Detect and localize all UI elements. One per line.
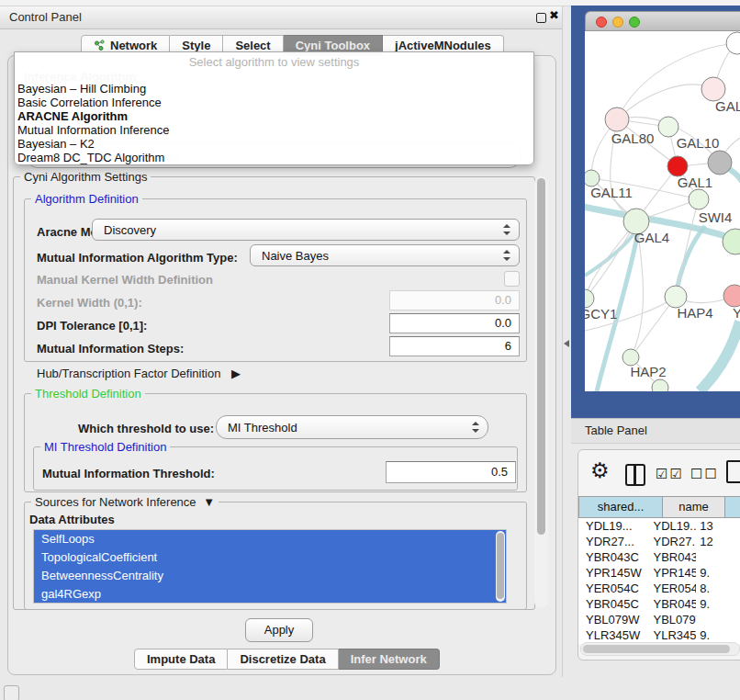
network-node[interactable] (667, 156, 688, 176)
table-cell: YBR043C (646, 549, 697, 565)
gear-icon[interactable]: ⚙ (590, 458, 610, 482)
dpi-tolerance-input[interactable]: 0.0 (389, 313, 520, 333)
attribute-item-topologicalcoefficient[interactable]: TopologicalCoefficient (34, 548, 506, 567)
attribute-item-gal4rgexp[interactable]: gal4RGexp (34, 585, 506, 604)
chevron-right-icon: ▶ (231, 367, 241, 380)
table-cell: YBR045C (646, 596, 697, 612)
column-header-clipped[interactable] (725, 496, 740, 518)
node-label-gcy1: GCY1 (585, 306, 617, 322)
table-body: YDL19...YDL19...13YDR27...YDR27...12YBR0… (578, 518, 740, 644)
network-edge (585, 221, 636, 299)
algorithm-dropdown-list: Bayesian – Hill ClimbingBasic Correlatio… (17, 82, 531, 164)
table-row[interactable]: YPR145WYPR145W9. (578, 565, 740, 581)
table-cell: 9. (696, 627, 740, 643)
tab-discretize-data[interactable]: Discretize Data (228, 649, 338, 670)
dropdown-item-mutual-information-inference[interactable]: Mutual Information Inference (17, 123, 531, 137)
close-traffic-light[interactable] (596, 17, 607, 28)
float-panel-icon[interactable] (536, 13, 546, 23)
dropdown-item-bayesian-hill-climbing[interactable]: Bayesian – Hill Climbing (17, 82, 531, 96)
select-all-checkboxes-icon[interactable]: ☑☑ (656, 466, 684, 482)
table-hscrollbar-track[interactable] (580, 642, 740, 656)
tab-label: Infer Network (351, 652, 427, 666)
table-row[interactable]: YDL19...YDL19...13 (578, 518, 740, 534)
dropdown-item-aracne-algorithm[interactable]: ARACNE Algorithm (17, 109, 531, 123)
zoom-traffic-light[interactable] (629, 17, 640, 28)
columns-icon[interactable] (625, 464, 645, 486)
network-node[interactable] (689, 189, 709, 209)
mi-type-combobox[interactable]: Naive Bayes (250, 244, 520, 266)
apply-button[interactable]: Apply (245, 618, 313, 642)
column-header-name[interactable]: name (663, 496, 725, 518)
network-node[interactable] (658, 117, 678, 137)
table-cell: YBR045C (578, 596, 646, 612)
clear-all-checkboxes-icon[interactable]: ☐☐ (690, 466, 719, 482)
hub-section-toggle[interactable]: Hub/Transcription Factor Definition ▶ (37, 367, 241, 380)
table-cell: YDL19... (578, 518, 646, 534)
table-cell: 9. (696, 565, 740, 581)
tab-label: Impute Data (147, 652, 215, 666)
table-hscrollbar-thumb[interactable] (583, 645, 730, 653)
network-edge (617, 85, 713, 119)
which-threshold-combobox[interactable]: MI Threshold (216, 415, 488, 439)
table-row[interactable]: YBR045CYBR045C9. (578, 596, 740, 612)
table-cell: YPR145W (646, 565, 697, 581)
table-row[interactable]: YLR345WYLR345W9. (578, 627, 740, 643)
tab-label: Cyni Toolbox (296, 39, 370, 52)
tab-impute-data[interactable]: Impute Data (134, 649, 228, 670)
table-row[interactable]: YBR043CYBR043C (578, 549, 740, 565)
table-cell: YBR043C (578, 549, 646, 565)
cyni-bottom-tabbar: Impute DataDiscretize DataInfer Network (134, 649, 440, 670)
network-node[interactable] (723, 285, 740, 307)
network-icon (94, 40, 106, 51)
data-attributes-label: Data Attributes (29, 513, 115, 526)
table-cell: 8. (696, 581, 740, 596)
table-cell: YDR27... (646, 534, 697, 549)
tab-infer-network[interactable]: Infer Network (339, 649, 440, 670)
network-node[interactable] (708, 151, 732, 175)
table-cell: YBL079W (646, 612, 697, 627)
close-icon[interactable]: ✖ (549, 8, 559, 22)
network-node[interactable] (652, 379, 668, 391)
network-edge-thick (585, 234, 633, 276)
mi-type-value: Naive Bayes (251, 249, 502, 263)
mi-threshold-group-title: MI Threshold Definition (40, 441, 170, 453)
table-row[interactable]: YBL079WYBL079W (578, 612, 740, 627)
network-node[interactable] (585, 289, 594, 308)
attribute-item-selfloops[interactable]: SelfLoops (34, 530, 506, 548)
attribute-item-betweennesscentrality[interactable]: BetweennessCentrality (34, 567, 506, 585)
manual-kernel-checkbox[interactable] (504, 271, 520, 287)
mi-steps-input[interactable]: 6 (389, 336, 520, 356)
table-cell: YER054C (646, 581, 697, 596)
table-row[interactable]: YER054CYER054C8. (578, 581, 740, 596)
node-label-gal10: GAL10 (677, 135, 720, 151)
network-node[interactable] (726, 32, 740, 54)
attributes-scrollbar-thumb[interactable] (497, 533, 504, 599)
aracne-mode-value: Discovery (93, 223, 502, 237)
mi-threshold-input[interactable]: 0.5 (386, 461, 516, 483)
sources-group-header[interactable]: Sources for Network Inference ▼ (31, 496, 219, 508)
dropdown-item-dream8-dc-tdc-algorithm[interactable]: Dream8 DC_TDC Algorithm (17, 151, 531, 164)
node-label-gal11: GAL11 (590, 185, 633, 200)
split-pane-handle[interactable] (564, 340, 569, 347)
table-row[interactable]: YDR27...YDR27...12 (578, 534, 740, 549)
stepper-arrows-icon (502, 224, 510, 235)
column-header-shared[interactable]: shared... (578, 496, 663, 518)
kernel-width-input[interactable]: 0.0 (389, 290, 520, 310)
docked-panel-icon[interactable] (4, 685, 19, 700)
tab-label: Discretize Data (240, 652, 325, 666)
table-cell: YPR145W (578, 565, 646, 581)
dropdown-item-basic-correlation-inference[interactable]: Basic Correlation Inference (17, 96, 531, 109)
aracne-mode-combobox[interactable]: Discovery (92, 219, 520, 241)
app-root: Control Panel ✖ NetworkStyleSelectCyni T… (0, 0, 740, 700)
threshold-definition-title: Threshold Definition (31, 388, 145, 400)
table-cell: YER054C (578, 581, 646, 596)
table-cell: YBL079W (578, 612, 646, 627)
document-icon[interactable] (726, 460, 740, 483)
network-window-titlebar[interactable] (585, 11, 740, 31)
network-node[interactable] (605, 107, 629, 131)
network-node[interactable] (723, 229, 740, 254)
settings-scrollbar-thumb[interactable] (537, 178, 545, 535)
dropdown-item-bayesian-k2[interactable]: Bayesian – K2 (17, 137, 531, 151)
minimize-traffic-light[interactable] (612, 17, 623, 28)
network-canvas[interactable]: GALGAL80GAL10GAL1GAL11SWI4GAL4GCY1HAP4YH… (585, 31, 740, 391)
